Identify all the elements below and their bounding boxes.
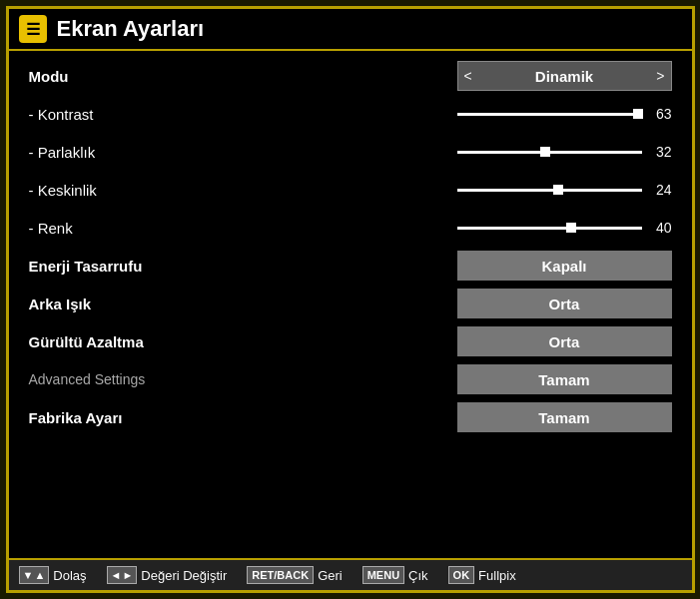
slider-container-1: 63 (457, 106, 672, 122)
row-control-8: Tamam (249, 364, 672, 394)
slider-container-2: 32 (457, 144, 672, 160)
row-control-2: 32 (249, 144, 672, 160)
selector-left-arrow[interactable]: < (464, 68, 472, 84)
back-label: Geri (318, 568, 343, 583)
row-label-0: Modu (29, 68, 249, 85)
nav-label: Dolaş (53, 568, 86, 583)
slider-track-1[interactable] (457, 113, 642, 116)
footer-change: ◄ ► Değeri Değiştir (107, 566, 228, 584)
title-icon: ☰ (19, 15, 47, 43)
slider-track-3[interactable] (457, 189, 642, 192)
slider-thumb-2[interactable] (540, 147, 550, 157)
row-label-8: Advanced Settings (29, 371, 249, 387)
slider-thumb-3[interactable] (553, 185, 563, 195)
slider-container-4: 40 (457, 220, 672, 236)
setting-button-6[interactable]: Orta (457, 289, 672, 318)
row-label-9: Fabrika Ayarı (29, 409, 249, 426)
back-key: RET/BACK (247, 566, 314, 584)
footer-back: RET/BACK Geri (247, 566, 342, 584)
slider-container-3: 24 (457, 182, 672, 198)
settings-row-8: Advanced SettingsTamam (29, 362, 672, 396)
slider-track-4[interactable] (457, 227, 642, 230)
settings-row-9: Fabrika AyarıTamam (29, 400, 672, 434)
row-control-4: 40 (249, 220, 672, 236)
row-control-6: Orta (249, 289, 672, 318)
footer-navigate: ▼ ▲ Dolaş (19, 566, 87, 584)
ok-label: Fullpix (478, 568, 516, 583)
settings-row-7: Gürültü AzaltmaOrta (29, 324, 672, 358)
settings-row-1: - Kontrast63 (29, 97, 672, 131)
change-keys: ◄ ► (107, 566, 138, 584)
mode-selector[interactable]: < Dinamik > (457, 61, 672, 91)
row-label-5: Enerji Tasarrufu (29, 258, 249, 275)
menu-label: Çık (408, 568, 428, 583)
setting-button-8[interactable]: Tamam (457, 364, 672, 394)
row-label-3: - Keskinlik (29, 182, 249, 199)
setting-button-5[interactable]: Kapalı (457, 251, 672, 281)
settings-row-0: Modu < Dinamik > (29, 59, 672, 93)
title-bar: ☰ Ekran Ayarları (9, 9, 692, 51)
slider-thumb-4[interactable] (566, 223, 576, 233)
ok-key: OK (448, 566, 475, 584)
slider-value-4: 40 (650, 220, 672, 236)
slider-value-1: 63 (650, 106, 672, 122)
slider-thumb-1[interactable] (633, 109, 643, 119)
main-window: ☰ Ekran Ayarları Modu < Dinamik > - Kont… (6, 6, 695, 593)
page-title: Ekran Ayarları (57, 16, 205, 42)
settings-row-4: - Renk40 (29, 211, 672, 245)
row-control-7: Orta (249, 326, 672, 356)
row-control-0: < Dinamik > (249, 61, 672, 91)
settings-row-5: Enerji TasarrufuKapalı (29, 249, 672, 283)
selector-value: Dinamik (472, 68, 657, 85)
row-label-2: - Parlaklık (29, 144, 249, 161)
selector-right-arrow[interactable]: > (656, 68, 664, 84)
row-control-3: 24 (249, 182, 672, 198)
slider-track-2[interactable] (457, 151, 642, 154)
row-control-9: Tamam (249, 402, 672, 432)
row-label-6: Arka Işık (29, 296, 249, 312)
footer-ok: OK Fullpix (448, 566, 516, 584)
row-control-5: Kapalı (249, 251, 672, 281)
slider-value-3: 24 (650, 182, 672, 198)
row-control-1: 63 (249, 106, 672, 122)
slider-value-2: 32 (650, 144, 672, 160)
nav-keys: ▼ ▲ (19, 566, 50, 584)
row-label-4: - Renk (29, 220, 249, 237)
settings-row-2: - Parlaklık32 (29, 135, 672, 169)
settings-row-3: - Keskinlik24 (29, 173, 672, 207)
footer: ▼ ▲ Dolaş ◄ ► Değeri Değiştir RET/BACK G… (9, 558, 692, 590)
row-label-7: Gürültü Azaltma (29, 333, 249, 350)
row-label-1: - Kontrast (29, 106, 249, 123)
setting-button-9[interactable]: Tamam (457, 402, 672, 432)
settings-row-6: Arka IşıkOrta (29, 287, 672, 320)
settings-content: Modu < Dinamik > - Kontrast63- Parlaklık… (9, 51, 692, 558)
change-label: Değeri Değiştir (141, 568, 227, 583)
footer-menu: MENU Çık (362, 566, 428, 584)
menu-key: MENU (362, 566, 404, 584)
setting-button-7[interactable]: Orta (457, 326, 672, 356)
